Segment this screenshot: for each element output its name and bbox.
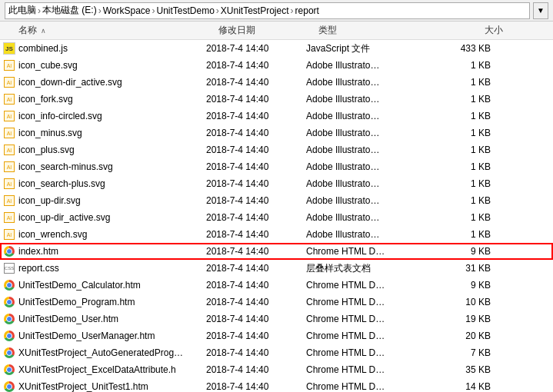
breadcrumb-part-1[interactable]: 本地磁盘 (E:)	[42, 4, 97, 17]
table-row[interactable]: UnitTestDemo_User.htm 2018-7-4 14:40 Chr…	[0, 311, 553, 327]
file-name-cell: AI icon_up-dir_active.svg	[3, 211, 206, 224]
file-type: Adobe Illustrato…	[306, 94, 429, 105]
table-row[interactable]: AI icon_up-dir_active.svg 2018-7-4 14:40…	[0, 209, 553, 226]
file-name: icon_info-circled.svg	[18, 111, 102, 121]
file-date: 2018-7-4 14:40	[206, 161, 306, 172]
breadcrumb-sep-0: ›	[38, 5, 41, 16]
table-row[interactable]: JS combined.js 2018-7-4 14:40 JavaScript…	[0, 40, 553, 57]
table-row[interactable]: UnitTestDemo_Calculator.htm 2018-7-4 14:…	[0, 277, 553, 294]
breadcrumb-path[interactable]: 此电脑 › 本地磁盘 (E:) › WorkSpace › UnitTestDe…	[5, 2, 530, 19]
file-icon	[3, 245, 15, 257]
file-type: Adobe Illustrato…	[306, 60, 429, 71]
file-type: Chrome HTML D…	[306, 331, 429, 341]
table-row[interactable]: XUnitTestProject_ExcelDataAttribute.h 20…	[0, 361, 553, 378]
file-date: 2018-7-4 14:40	[206, 178, 306, 189]
table-row[interactable]: UnitTestDemo_UserManager.htm 2018-7-4 14…	[0, 327, 553, 344]
file-size: 1 KB	[429, 128, 491, 138]
file-size: 433 KB	[429, 43, 491, 54]
file-name: icon_up-dir.svg	[18, 195, 81, 206]
table-row[interactable]: AI icon_down-dir_active.svg 2018-7-4 14:…	[0, 74, 553, 91]
breadcrumb-part-2[interactable]: WorkSpace	[103, 5, 151, 16]
file-type: Chrome HTML D…	[306, 297, 429, 307]
table-row[interactable]: XUnitTestProject_UnitTest1.htm 2018-7-4 …	[0, 378, 553, 392]
file-type: Adobe Illustrato…	[306, 195, 429, 206]
breadcrumb-sep-4: ›	[291, 5, 294, 16]
file-name: icon_up-dir_active.svg	[18, 212, 110, 223]
table-row[interactable]: CSS report.css 2018-7-4 14:40 层叠样式表文档 31…	[0, 260, 553, 277]
file-icon: AI	[3, 228, 15, 241]
file-name-cell: AI icon_minus.svg	[3, 127, 206, 139]
address-dropdown-button[interactable]: ▼	[533, 2, 548, 19]
file-name-cell: AI icon_down-dir_active.svg	[3, 76, 206, 88]
file-name: XUnitTestProject_UnitTest1.htm	[18, 381, 148, 392]
file-size: 1 KB	[429, 60, 491, 71]
file-date: 2018-7-4 14:40	[206, 364, 306, 375]
file-icon	[3, 380, 15, 392]
file-icon	[3, 279, 15, 291]
file-date: 2018-7-4 14:40	[206, 246, 306, 257]
table-row[interactable]: AI icon_plus.svg 2018-7-4 14:40 Adobe Il…	[0, 141, 553, 158]
table-row[interactable]: AI icon_search-plus.svg 2018-7-4 14:40 A…	[0, 175, 553, 192]
breadcrumb-part-5[interactable]: report	[295, 5, 319, 16]
file-date: 2018-7-4 14:40	[206, 128, 306, 138]
file-size: 10 KB	[429, 297, 491, 307]
table-row[interactable]: UnitTestDemo_Program.htm 2018-7-4 14:40 …	[0, 294, 553, 311]
col-header-date[interactable]: 修改日期	[218, 24, 318, 37]
table-row[interactable]: AI icon_search-minus.svg 2018-7-4 14:40 …	[0, 158, 553, 175]
file-icon: CSS	[3, 262, 15, 274]
file-name: icon_wrench.svg	[18, 229, 87, 240]
js-icon: JS	[3, 42, 15, 55]
chrome-icon	[4, 280, 15, 291]
table-row[interactable]: AI icon_cube.svg 2018-7-4 14:40 Adobe Il…	[0, 57, 553, 74]
breadcrumb-sep-1: ›	[98, 5, 102, 16]
file-type: Adobe Illustrato…	[306, 161, 429, 172]
file-size: 1 KB	[429, 195, 491, 206]
file-date: 2018-7-4 14:40	[206, 263, 306, 274]
svg-icon: AI	[4, 94, 15, 105]
file-name-cell: AI icon_info-circled.svg	[3, 110, 206, 122]
file-list: JS combined.js 2018-7-4 14:40 JavaScript…	[0, 40, 553, 392]
sort-arrow-name: ∧	[41, 27, 46, 35]
breadcrumb-part-3[interactable]: UnitTestDemo	[156, 5, 214, 16]
file-date: 2018-7-4 14:40	[206, 229, 306, 240]
table-row[interactable]: AI icon_fork.svg 2018-7-4 14:40 Adobe Il…	[0, 91, 553, 108]
table-row[interactable]: XUnitTestProject_AutoGeneratedProg… 2018…	[0, 344, 553, 361]
file-size: 9 KB	[429, 246, 491, 257]
file-date: 2018-7-4 14:40	[206, 212, 306, 223]
file-name-cell: AI icon_wrench.svg	[3, 228, 206, 241]
file-type: Adobe Illustrato…	[306, 77, 429, 88]
file-type: Adobe Illustrato…	[306, 212, 429, 223]
file-date: 2018-7-4 14:40	[206, 280, 306, 291]
file-type: Chrome HTML D…	[306, 314, 429, 324]
svg-icon: AI	[4, 60, 15, 71]
chrome-icon	[4, 246, 15, 257]
chrome-icon	[4, 314, 15, 324]
col-header-size[interactable]: 大小	[441, 24, 503, 37]
file-date: 2018-7-4 14:40	[206, 77, 306, 88]
file-date: 2018-7-4 14:40	[206, 381, 306, 392]
file-name: icon_down-dir_active.svg	[18, 77, 122, 88]
breadcrumb-part-0[interactable]: 此电脑	[8, 4, 36, 17]
file-name: UnitTestDemo_User.htm	[18, 314, 118, 324]
col-header-type[interactable]: 类型	[318, 24, 441, 37]
table-row[interactable]: AI icon_minus.svg 2018-7-4 14:40 Adobe I…	[0, 125, 553, 141]
table-row[interactable]: index.htm 2018-7-4 14:40 Chrome HTML D… …	[0, 243, 553, 260]
chrome-icon	[4, 331, 15, 341]
svg-icon: AI	[4, 212, 15, 223]
file-size: 1 KB	[429, 212, 491, 223]
file-date: 2018-7-4 14:40	[206, 297, 306, 307]
file-name-cell: AI icon_plus.svg	[3, 144, 206, 156]
file-date: 2018-7-4 14:40	[206, 111, 306, 121]
svg-icon: AI	[4, 111, 15, 121]
file-name: UnitTestDemo_Program.htm	[18, 297, 135, 307]
file-icon: AI	[3, 93, 15, 105]
file-type: Chrome HTML D…	[306, 280, 429, 291]
file-date: 2018-7-4 14:40	[206, 331, 306, 341]
table-row[interactable]: AI icon_up-dir.svg 2018-7-4 14:40 Adobe …	[0, 192, 553, 209]
table-row[interactable]: AI icon_wrench.svg 2018-7-4 14:40 Adobe …	[0, 226, 553, 243]
file-icon: AI	[3, 161, 15, 173]
col-header-name[interactable]: 名称 ∧	[3, 24, 218, 37]
breadcrumb-part-4[interactable]: XUnitTestProject	[221, 5, 289, 16]
table-row[interactable]: AI icon_info-circled.svg 2018-7-4 14:40 …	[0, 108, 553, 125]
file-size: 14 KB	[429, 381, 491, 392]
